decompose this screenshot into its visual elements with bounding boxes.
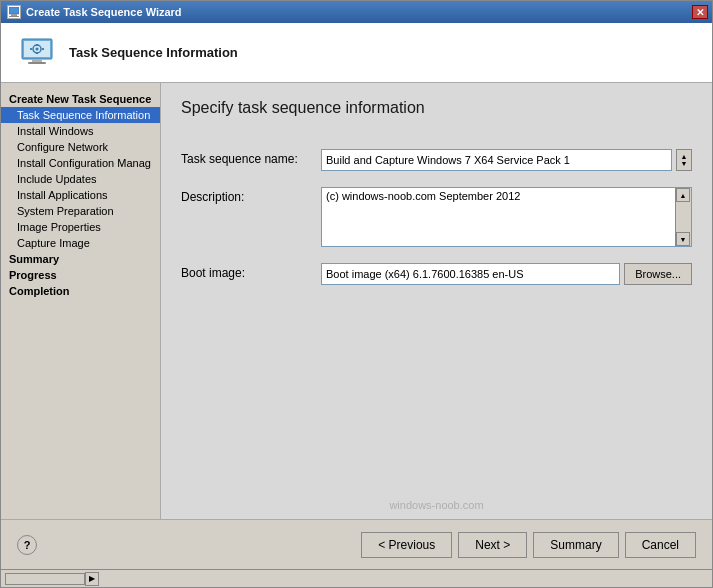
description-scrollbar: ▲ ▼: [675, 188, 691, 246]
footer-left: ?: [17, 535, 37, 555]
svg-rect-0: [9, 7, 19, 14]
panel-body: Task sequence name: ▲ ▼ Description:: [161, 129, 712, 499]
header-title: Task Sequence Information: [69, 45, 238, 60]
svg-point-8: [36, 47, 39, 50]
footer-buttons: < Previous Next > Summary Cancel: [361, 532, 696, 558]
sidebar: Create New Task Sequence Task Sequence I…: [1, 83, 161, 519]
task-sequence-name-input[interactable]: [321, 149, 672, 171]
svg-rect-5: [32, 59, 42, 62]
browse-button[interactable]: Browse...: [624, 263, 692, 285]
header-computer-icon: [17, 33, 57, 73]
sidebar-item-task-sequence-info[interactable]: Task Sequence Information: [1, 107, 160, 123]
svg-rect-9: [36, 44, 38, 46]
svg-rect-11: [42, 48, 44, 50]
task-sequence-name-label: Task sequence name:: [181, 149, 321, 166]
description-scroll-up[interactable]: ▲: [676, 188, 690, 202]
header-banner: Task Sequence Information: [1, 23, 712, 83]
boot-image-label: Boot image:: [181, 263, 321, 280]
help-button[interactable]: ?: [17, 535, 37, 555]
sidebar-item-include-updates[interactable]: Include Updates: [1, 171, 160, 187]
sidebar-item-install-applications[interactable]: Install Applications: [1, 187, 160, 203]
description-input[interactable]: (c) windows-noob.com September 2012: [322, 188, 675, 246]
main-content: Create New Task Sequence Task Sequence I…: [1, 83, 712, 519]
watermark: windows-noob.com: [161, 499, 712, 519]
sidebar-item-progress[interactable]: Progress: [1, 267, 160, 283]
description-scroll-down[interactable]: ▼: [676, 232, 690, 246]
svg-rect-2: [9, 16, 19, 17]
sidebar-item-create-new[interactable]: Create New Task Sequence: [1, 91, 160, 107]
cancel-button[interactable]: Cancel: [625, 532, 696, 558]
panel-header: Specify task sequence information: [161, 83, 712, 129]
svg-rect-6: [28, 62, 46, 64]
status-bar-field: [5, 573, 85, 585]
summary-button[interactable]: Summary: [533, 532, 618, 558]
sidebar-item-image-properties[interactable]: Image Properties: [1, 219, 160, 235]
footer: ? < Previous Next > Summary Cancel: [1, 519, 712, 569]
boot-image-input[interactable]: [321, 263, 620, 285]
titlebar-left: Create Task Sequence Wizard: [7, 5, 182, 19]
window-title: Create Task Sequence Wizard: [26, 6, 182, 18]
task-sequence-name-row: Task sequence name: ▲ ▼: [181, 149, 692, 171]
svg-rect-10: [36, 52, 38, 54]
close-button[interactable]: ✕: [692, 5, 708, 19]
status-bar-arrow[interactable]: ▶: [85, 572, 99, 586]
boot-image-field: Browse...: [321, 263, 692, 285]
task-sequence-name-field: ▲ ▼: [321, 149, 692, 171]
sidebar-item-system-preparation[interactable]: System Preparation: [1, 203, 160, 219]
description-field: (c) windows-noob.com September 2012 ▲ ▼: [321, 187, 692, 247]
bottom-bar: ▶: [1, 569, 712, 587]
svg-rect-12: [30, 48, 32, 50]
description-row: Description: (c) windows-noob.com Septem…: [181, 187, 692, 247]
sidebar-item-configure-network[interactable]: Configure Network: [1, 139, 160, 155]
sidebar-item-capture-image[interactable]: Capture Image: [1, 235, 160, 251]
svg-rect-1: [11, 14, 17, 16]
sidebar-item-summary[interactable]: Summary: [1, 251, 160, 267]
sidebar-item-install-config-mgr[interactable]: Install Configuration Manag: [1, 155, 160, 171]
wizard-window: Create Task Sequence Wizard ✕ Task Seque…: [0, 0, 713, 588]
sidebar-item-install-windows[interactable]: Install Windows: [1, 123, 160, 139]
description-label: Description:: [181, 187, 321, 204]
previous-button[interactable]: < Previous: [361, 532, 452, 558]
titlebar-icon: [7, 5, 21, 19]
task-sequence-name-scroll[interactable]: ▲ ▼: [676, 149, 692, 171]
titlebar: Create Task Sequence Wizard ✕: [1, 1, 712, 23]
panel-title: Specify task sequence information: [181, 99, 425, 116]
description-container: (c) windows-noob.com September 2012 ▲ ▼: [321, 187, 692, 247]
boot-image-row: Boot image: Browse...: [181, 263, 692, 285]
next-button[interactable]: Next >: [458, 532, 527, 558]
right-panel: Specify task sequence information Task s…: [161, 83, 712, 519]
sidebar-item-completion[interactable]: Completion: [1, 283, 160, 299]
